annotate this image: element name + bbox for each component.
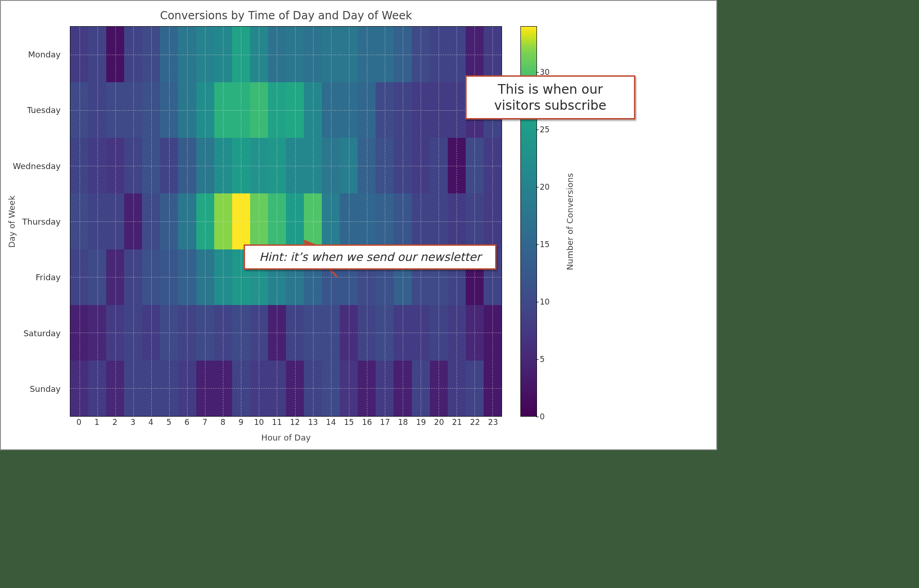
x-tick: 0 (76, 418, 81, 427)
heatmap-cell (196, 249, 214, 305)
x-tick: 18 (398, 418, 408, 427)
heatmap-cell (304, 138, 322, 193)
heatmap-cell (88, 138, 106, 193)
heatmap-cell (160, 27, 178, 82)
heatmap-cell (376, 193, 394, 249)
heatmap-cell (70, 193, 88, 249)
annotation-subscribe-text: This is when our visitors subscribe (494, 82, 606, 113)
heatmap-cell (106, 138, 124, 193)
heatmap-cell (160, 193, 178, 249)
heatmap-cell (160, 82, 178, 138)
heatmap-cell (178, 27, 196, 82)
x-tick: 5 (166, 418, 171, 427)
heatmap-cell (430, 361, 448, 416)
colorbar-tick: 10 (540, 297, 550, 306)
heatmap-cell (142, 361, 160, 416)
heatmap-cell (322, 361, 340, 416)
heatmap-cell (178, 305, 196, 361)
heatmap-cell (304, 361, 322, 416)
heatmap-cell (412, 305, 430, 361)
heatmap-cell (394, 82, 411, 138)
heatmap-cell (250, 138, 268, 193)
heatmap-cell (70, 249, 88, 305)
heatmap-cell (232, 82, 250, 138)
heatmap-cell (160, 361, 178, 416)
heatmap-cell (250, 82, 268, 138)
heatmap-cell (106, 249, 124, 305)
colorbar-tick: 0 (540, 412, 545, 421)
heatmap-cell (394, 361, 411, 416)
heatmap-cell (124, 193, 142, 249)
heatmap-cell (304, 82, 322, 138)
heatmap-cell (268, 305, 286, 361)
heatmap-cell (214, 249, 232, 305)
heatmap-cell (358, 82, 376, 138)
heatmap-cell (448, 361, 466, 416)
y-tick: Sunday (30, 384, 61, 394)
y-tick: Monday (28, 49, 61, 59)
heatmap-cell (88, 249, 106, 305)
heatmap-cell (124, 138, 142, 193)
heatmap-cell (106, 193, 124, 249)
heatmap-cell (358, 193, 376, 249)
x-tick: 14 (326, 418, 336, 427)
chart-frame: Conversions by Time of Day and Day of We… (0, 0, 717, 450)
heatmap-cell (358, 27, 376, 82)
heatmap-cell (484, 305, 502, 361)
heatmap-cell (412, 27, 430, 82)
heatmap-cell (268, 138, 286, 193)
heatmap-cell (376, 27, 394, 82)
heatmap-cell (286, 82, 304, 138)
y-tick: Thursday (22, 217, 61, 226)
heatmap-cell (376, 138, 394, 193)
heatmap-cell (160, 305, 178, 361)
heatmap-cell (88, 305, 106, 361)
heatmap-cell (70, 361, 88, 416)
heatmap-cell (322, 138, 340, 193)
heatmap-cell (376, 361, 394, 416)
y-tick: Saturday (23, 328, 61, 338)
heatmap-cell (106, 82, 124, 138)
heatmap-cell (268, 361, 286, 416)
heatmap-cell (106, 27, 124, 82)
x-tick: 23 (488, 418, 498, 427)
heatmap-cell (214, 193, 232, 249)
heatmap-cell (466, 361, 484, 416)
x-tick: 16 (362, 418, 372, 427)
x-tick: 19 (416, 418, 426, 427)
heatmap-cell (142, 193, 160, 249)
heatmap-cell (466, 27, 484, 82)
heatmap-cell (178, 138, 196, 193)
heatmap-cell (124, 27, 142, 82)
heatmap-cell (214, 138, 232, 193)
heatmap-cell (232, 193, 250, 249)
heatmap-cell (196, 361, 214, 416)
x-tick: 7 (202, 418, 207, 427)
heatmap-cell (322, 193, 340, 249)
heatmap-cell (394, 27, 411, 82)
heatmap-cell (142, 138, 160, 193)
heatmap-cell (412, 193, 430, 249)
heatmap-cell (286, 193, 304, 249)
heatmap-cell (214, 27, 232, 82)
heatmap-cell (484, 193, 502, 249)
heatmap-cell (124, 361, 142, 416)
x-tick: 2 (112, 418, 117, 427)
heatmap-cell (304, 305, 322, 361)
colorbar-tick: 20 (540, 182, 550, 192)
heatmap-cell (304, 193, 322, 249)
heatmap-cell (214, 361, 232, 416)
heatmap-cell (412, 82, 430, 138)
colorbar-tick: 5 (540, 355, 545, 364)
annotation-hint-box: Hint: it’s when we send our newsletter (244, 244, 497, 270)
heatmap-cell (196, 138, 214, 193)
heatmap-cell (142, 82, 160, 138)
heatmap-cell (340, 27, 358, 82)
heatmap-cell (340, 138, 358, 193)
heatmap-cell (268, 193, 286, 249)
x-axis-ticks: 01234567891011121314151617181920212223 (70, 418, 502, 430)
heatmap-cell (124, 305, 142, 361)
x-axis-label: Hour of Day (70, 433, 502, 442)
x-tick: 21 (452, 418, 462, 427)
heatmap-cell (88, 193, 106, 249)
